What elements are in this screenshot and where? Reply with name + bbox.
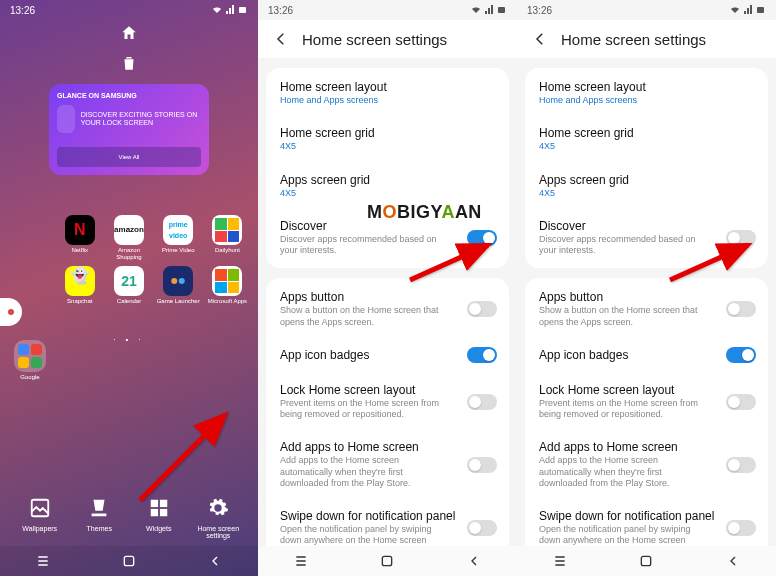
nav-bar [258,546,517,576]
home-button[interactable] [379,553,395,569]
lock-toggle[interactable] [726,394,756,410]
home-button[interactable] [638,553,654,569]
themes-button[interactable]: Themes [75,497,123,540]
battery-icon [756,5,766,15]
row-badges[interactable]: App icon badges [266,338,509,373]
app-row-2: 👻Snapchat 21Calendar Game Launcher Micro… [0,266,258,305]
row-apps-grid[interactable]: Apps screen grid4X5 [525,163,768,209]
svg-point-1 [8,309,14,315]
status-icons [730,5,766,15]
swipe-toggle[interactable] [467,520,497,536]
row-home-grid[interactable]: Home screen grid4X5 [525,116,768,162]
settings-group-1: Home screen layoutHome and Apps screens … [525,68,768,268]
app-snapchat[interactable]: 👻Snapchat [57,266,102,305]
settings-panel-on: 13:26 Home screen settings Home screen l… [258,0,517,576]
svg-rect-0 [239,7,246,13]
svg-rect-13 [642,556,651,565]
svg-rect-10 [498,7,505,13]
svg-point-2 [171,278,177,284]
svg-rect-7 [151,509,158,516]
app-gamelauncher[interactable]: Game Launcher [156,266,201,305]
signal-icon [484,5,494,15]
row-add-apps[interactable]: Add apps to Home screenAdd apps to the H… [525,430,768,499]
app-msapps[interactable]: Microsoft Apps [205,266,250,305]
glance-title: GLANCE ON SAMSUNG [57,92,201,99]
svg-rect-9 [124,556,133,565]
add-toggle[interactable] [467,457,497,473]
status-time: 13:26 [527,5,552,16]
app-netflix[interactable]: NNetflix [57,215,102,260]
row-lock-layout[interactable]: Lock Home screen layoutPrevent items on … [525,373,768,431]
svg-point-3 [179,278,185,284]
app-amazon[interactable]: amazonAmazon Shopping [106,215,151,260]
row-layout[interactable]: Home screen layoutHome and Apps screens [266,70,509,116]
recents-button[interactable] [552,553,568,569]
wifi-icon [212,5,222,15]
swipe-toggle[interactable] [726,520,756,536]
status-bar: 13:26 [517,0,776,20]
widgets-button[interactable]: Widgets [135,497,183,540]
page-title: Home screen settings [561,31,706,48]
row-apps-button[interactable]: Apps buttonShow a button on the Home scr… [266,280,509,338]
wallpapers-button[interactable]: Wallpapers [16,497,64,540]
app-dailyhunt[interactable]: Dailyhunt [205,215,250,260]
recents-button[interactable] [35,553,51,569]
badges-toggle[interactable] [467,347,497,363]
lock-toggle[interactable] [467,394,497,410]
svg-rect-8 [160,509,167,516]
badges-toggle[interactable] [726,347,756,363]
back-button[interactable] [725,553,741,569]
wifi-icon [471,5,481,15]
glance-viewall[interactable]: View All [57,147,201,167]
bottom-actions: Wallpapers Themes Widgets Home screen se… [0,497,258,540]
row-discover[interactable]: DiscoverDiscover apps recommended based … [266,209,509,267]
app-folder-google[interactable] [14,340,46,372]
row-lock-layout[interactable]: Lock Home screen layoutPrevent items on … [266,373,509,431]
recents-button[interactable] [293,553,309,569]
row-badges[interactable]: App icon badges [525,338,768,373]
back-button[interactable] [466,553,482,569]
home-icon [0,20,258,54]
back-icon[interactable] [272,30,290,48]
status-bar: 13:26 [258,0,517,20]
trash-button[interactable] [12,54,246,76]
wifi-icon [730,5,740,15]
glance-thumb [57,105,75,133]
row-discover[interactable]: DiscoverDiscover apps recommended based … [525,209,768,267]
settings-panel-off: 13:26 Home screen settings Home screen l… [517,0,776,576]
svg-rect-12 [757,7,764,13]
svg-rect-5 [151,499,158,506]
discover-toggle[interactable] [467,230,497,246]
header: Home screen settings [258,20,517,58]
discover-toggle[interactable] [726,230,756,246]
app-row-1: NNetflix amazonAmazon Shopping primevide… [0,215,258,260]
edge-handle[interactable] [0,298,22,326]
header: Home screen settings [517,20,776,58]
row-apps-grid[interactable]: Apps screen grid4X5 [266,163,509,209]
glance-text: DISCOVER EXCITING STORIES ON YOUR LOCK S… [81,111,201,128]
nav-bar [0,546,258,576]
back-icon[interactable] [531,30,549,48]
home-page-preview[interactable]: GLANCE ON SAMSUNG DISCOVER EXCITING STOR… [49,84,209,175]
app-prime[interactable]: primevideoPrime Video [156,215,201,260]
row-layout[interactable]: Home screen layoutHome and Apps screens [525,70,768,116]
status-icons [471,5,507,15]
back-button[interactable] [207,553,223,569]
battery-icon [238,5,248,15]
nav-bar [517,546,776,576]
status-time: 13:26 [268,5,293,16]
signal-icon [743,5,753,15]
row-home-grid[interactable]: Home screen grid4X5 [266,116,509,162]
app-calendar[interactable]: 21Calendar [106,266,151,305]
settings-group-2: Apps buttonShow a button on the Home scr… [525,278,768,558]
status-icons [212,5,248,15]
apps-button-toggle[interactable] [467,301,497,317]
home-button[interactable] [121,553,137,569]
home-editor-panel: 13:26 GLANCE ON SAMSUNG DISCOVER EXCITIN… [0,0,258,576]
row-apps-button[interactable]: Apps buttonShow a button on the Home scr… [525,280,768,338]
apps-button-toggle[interactable] [726,301,756,317]
home-settings-button[interactable]: Home screen settings [194,497,242,540]
settings-group-1: Home screen layoutHome and Apps screens … [266,68,509,268]
add-toggle[interactable] [726,457,756,473]
row-add-apps[interactable]: Add apps to Home screenAdd apps to the H… [266,430,509,499]
